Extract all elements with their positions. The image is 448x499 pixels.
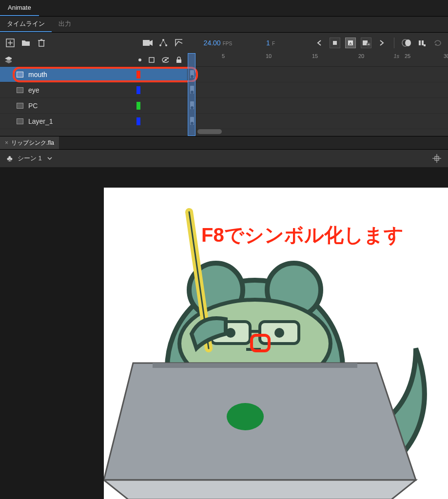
onion-skin-icon[interactable] [401,38,412,48]
camera-icon[interactable] [142,38,153,48]
document-tab[interactable]: × リップシンク.fla [0,136,59,149]
layer-icon [17,72,23,77]
ruler-time-label: 1s [393,53,399,59]
timeline-panel: mouth eye PC Layer_1 5 10 15 2 [0,53,448,136]
layer-name: Layer_1 [28,117,132,125]
outline-icon[interactable] [148,57,155,63]
lock-icon[interactable] [175,57,182,63]
folder-icon[interactable] [20,38,31,48]
annotation-text: F8でシンボル化します [201,222,404,249]
layer-icon [17,118,23,124]
svg-line-12 [163,40,166,45]
keyframe-square-button[interactable] [330,38,340,48]
layer-color-swatch[interactable] [136,71,140,78]
mouth-highlight [250,334,271,352]
tab-timeline[interactable]: タイムライン [0,17,52,32]
layer-icon [17,87,23,93]
svg-point-49 [227,403,264,430]
frame-display[interactable]: 1 F [266,39,275,47]
frame-row[interactable] [188,114,448,129]
center-stage-icon[interactable] [432,154,441,163]
club-icon[interactable]: ♣ [7,154,13,164]
frame-row[interactable] [188,67,448,82]
canvas-area[interactable]: F8でシンボル化します [0,167,448,499]
ruler-tick: 15 [312,53,318,59]
svg-rect-27 [149,58,154,62]
rig-icon[interactable] [158,38,169,48]
timeline-ruler[interactable]: 5 10 15 20 25 30 1s [188,53,448,67]
marker-icon[interactable] [417,38,428,48]
layer-color-swatch[interactable] [136,86,140,94]
layer-row-layer1[interactable]: Layer_1 [0,114,187,129]
highlight-dot-icon[interactable] [138,58,141,61]
layers-stack-icon[interactable] [5,57,12,63]
trash-icon[interactable] [36,38,47,48]
svg-line-11 [160,40,163,45]
fps-value: 24.00 [204,39,221,47]
svg-text:A: A [349,41,352,46]
next-icon[interactable] [376,38,387,48]
frame-row[interactable] [188,82,448,98]
tab-output[interactable]: 出力 [52,17,78,32]
ruler-tick: 25 [405,53,410,59]
ruler-tick: 20 [358,53,364,59]
svg-rect-3 [39,40,44,46]
svg-marker-50 [104,480,416,499]
svg-rect-21 [419,40,421,45]
app-tab-animate[interactable]: Animate [0,0,39,16]
svg-rect-48 [153,363,357,368]
frame-label: F [272,41,275,46]
ruler-tick: 30 [444,53,448,59]
svg-rect-13 [333,41,337,45]
divider [394,38,394,48]
layer-color-swatch[interactable] [136,117,140,125]
frame-value: 1 [266,39,270,47]
svg-rect-23 [424,44,426,46]
horizontal-scrollbar[interactable] [197,129,222,134]
ruler-tick: 5 [222,53,225,59]
scene-name[interactable]: シーン 1 [18,154,42,163]
layer-row-pc[interactable]: PC [0,98,187,114]
keyframe-auto-button[interactable]: A [345,38,356,48]
svg-marker-26 [5,59,12,63]
layer-name: mouth [28,71,132,78]
fps-display[interactable]: 24.00 FPS [204,39,233,47]
playhead[interactable] [188,53,195,136]
layer-icon [17,103,23,109]
close-icon[interactable]: × [5,139,8,146]
frames-column[interactable]: 5 10 15 20 25 30 1s [188,53,448,136]
fps-label: FPS [223,41,232,46]
layer-color-swatch[interactable] [136,102,140,110]
ruler-tick: 10 [266,53,272,59]
layers-column: mouth eye PC Layer_1 [0,53,188,136]
layer-name: eye [28,86,132,94]
chevron-down-icon[interactable] [47,155,53,161]
svg-point-43 [274,328,284,338]
remove-keyframe-button[interactable] [361,38,371,48]
layer-name: PC [28,102,132,110]
svg-rect-6 [143,40,150,46]
prev-icon[interactable] [314,38,325,48]
svg-rect-31 [176,59,181,63]
visibility-icon[interactable] [162,57,169,63]
layer-row-eye[interactable]: eye [0,82,187,98]
loop-icon[interactable] [432,38,443,48]
layer-row-mouth[interactable]: mouth [0,67,187,82]
svg-marker-7 [150,40,153,46]
frame-row[interactable] [188,98,448,114]
document-tab-label: リップシンク.fla [11,139,54,147]
stage[interactable]: F8でシンボル化します [104,188,448,499]
graph-icon[interactable] [174,38,184,48]
svg-point-20 [405,39,411,46]
svg-rect-22 [422,40,424,45]
timeline-toolbar: 24.00 FPS 1 F A [0,33,448,53]
add-frame-icon[interactable] [5,38,16,48]
